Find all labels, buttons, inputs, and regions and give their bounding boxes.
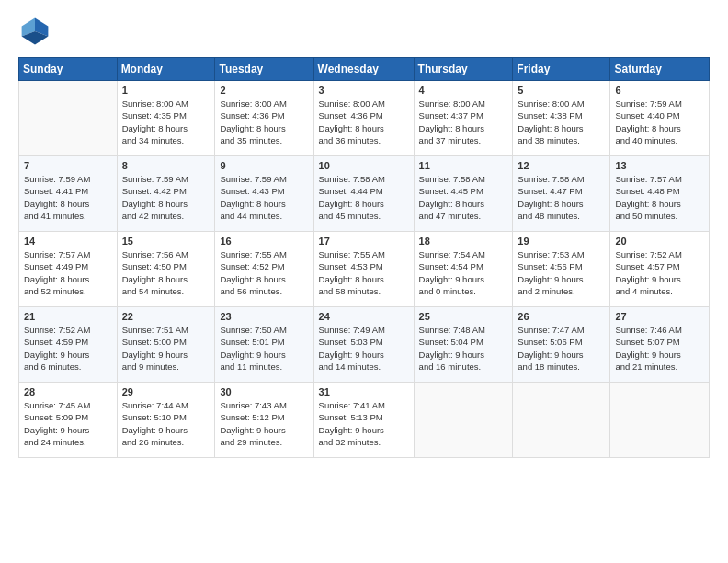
calendar-cell: 18Sunrise: 7:54 AMSunset: 4:54 PMDayligh…	[414, 232, 513, 307]
calendar-week-row: 21Sunrise: 7:52 AMSunset: 4:59 PMDayligh…	[19, 307, 710, 383]
day-info: Sunrise: 8:00 AMSunset: 4:35 PMDaylight:…	[122, 98, 210, 146]
day-info: Sunrise: 7:44 AMSunset: 5:10 PMDaylight:…	[122, 399, 210, 448]
day-info: Sunrise: 7:58 AMSunset: 4:47 PMDaylight:…	[518, 173, 605, 222]
calendar-cell: 16Sunrise: 7:55 AMSunset: 4:52 PMDayligh…	[215, 232, 313, 307]
calendar-week-row: 28Sunrise: 7:45 AMSunset: 5:09 PMDayligh…	[19, 383, 710, 458]
calendar-day-header: Wednesday	[313, 58, 414, 81]
calendar-cell: 11Sunrise: 7:58 AMSunset: 4:45 PMDayligh…	[414, 156, 513, 232]
day-info: Sunrise: 7:54 AMSunset: 4:54 PMDaylight:…	[419, 248, 508, 297]
calendar-cell: 28Sunrise: 7:45 AMSunset: 5:09 PMDayligh…	[19, 383, 118, 458]
calendar-cell	[610, 383, 710, 458]
day-info: Sunrise: 7:56 AMSunset: 4:50 PMDaylight:…	[122, 248, 210, 297]
calendar-cell: 23Sunrise: 7:50 AMSunset: 5:01 PMDayligh…	[215, 307, 313, 383]
day-number: 11	[419, 160, 508, 171]
day-number: 3	[319, 85, 409, 96]
calendar-cell: 7Sunrise: 7:59 AMSunset: 4:41 PMDaylight…	[19, 156, 118, 232]
day-info: Sunrise: 7:53 AMSunset: 4:56 PMDaylight:…	[518, 248, 605, 297]
calendar-header-row: SundayMondayTuesdayWednesdayThursdayFrid…	[19, 58, 710, 81]
day-info: Sunrise: 7:57 AMSunset: 4:49 PMDaylight:…	[24, 248, 112, 297]
calendar-day-header: Friday	[513, 58, 610, 81]
calendar-cell: 26Sunrise: 7:47 AMSunset: 5:06 PMDayligh…	[513, 307, 610, 383]
day-info: Sunrise: 7:46 AMSunset: 5:07 PMDaylight:…	[615, 324, 704, 373]
day-number: 12	[518, 160, 605, 171]
day-info: Sunrise: 7:43 AMSunset: 5:12 PMDaylight:…	[220, 399, 308, 448]
day-number: 17	[319, 236, 409, 247]
day-info: Sunrise: 7:50 AMSunset: 5:01 PMDaylight:…	[220, 324, 308, 373]
day-number: 5	[518, 85, 605, 96]
day-info: Sunrise: 8:00 AMSunset: 4:38 PMDaylight:…	[518, 98, 605, 146]
page: SundayMondayTuesdayWednesdayThursdayFrid…	[0, 0, 728, 563]
day-number: 9	[220, 160, 308, 171]
day-info: Sunrise: 7:45 AMSunset: 5:09 PMDaylight:…	[24, 399, 112, 448]
day-info: Sunrise: 7:51 AMSunset: 5:00 PMDaylight:…	[122, 324, 210, 373]
calendar-day-header: Sunday	[19, 58, 118, 81]
day-info: Sunrise: 7:59 AMSunset: 4:41 PMDaylight:…	[24, 173, 112, 222]
day-info: Sunrise: 7:57 AMSunset: 4:48 PMDaylight:…	[615, 173, 704, 222]
day-info: Sunrise: 7:52 AMSunset: 4:59 PMDaylight:…	[24, 324, 112, 373]
logo-icon	[18, 15, 51, 48]
calendar-cell	[19, 81, 118, 156]
day-number: 7	[24, 160, 112, 171]
day-number: 19	[518, 236, 605, 247]
day-number: 21	[24, 311, 112, 322]
calendar-cell: 24Sunrise: 7:49 AMSunset: 5:03 PMDayligh…	[313, 307, 414, 383]
day-number: 4	[419, 85, 508, 96]
day-info: Sunrise: 7:47 AMSunset: 5:06 PMDaylight:…	[518, 324, 605, 373]
calendar-cell: 21Sunrise: 7:52 AMSunset: 4:59 PMDayligh…	[19, 307, 118, 383]
calendar-cell: 8Sunrise: 7:59 AMSunset: 4:42 PMDaylight…	[117, 156, 215, 232]
calendar-cell: 4Sunrise: 8:00 AMSunset: 4:37 PMDaylight…	[414, 81, 513, 156]
day-info: Sunrise: 7:55 AMSunset: 4:53 PMDaylight:…	[319, 248, 409, 297]
calendar-cell: 25Sunrise: 7:48 AMSunset: 5:04 PMDayligh…	[414, 307, 513, 383]
day-number: 30	[220, 386, 308, 397]
calendar-cell: 31Sunrise: 7:41 AMSunset: 5:13 PMDayligh…	[313, 383, 414, 458]
day-number: 16	[220, 236, 308, 247]
calendar-cell: 14Sunrise: 7:57 AMSunset: 4:49 PMDayligh…	[19, 232, 118, 307]
calendar-cell: 29Sunrise: 7:44 AMSunset: 5:10 PMDayligh…	[117, 383, 215, 458]
calendar-cell: 6Sunrise: 7:59 AMSunset: 4:40 PMDaylight…	[610, 81, 710, 156]
calendar-week-row: 14Sunrise: 7:57 AMSunset: 4:49 PMDayligh…	[19, 232, 710, 307]
day-number: 27	[615, 311, 704, 322]
day-number: 20	[615, 236, 704, 247]
day-info: Sunrise: 7:48 AMSunset: 5:04 PMDaylight:…	[419, 324, 508, 373]
day-info: Sunrise: 7:58 AMSunset: 4:45 PMDaylight:…	[419, 173, 508, 222]
calendar-cell: 17Sunrise: 7:55 AMSunset: 4:53 PMDayligh…	[313, 232, 414, 307]
calendar-cell: 3Sunrise: 8:00 AMSunset: 4:36 PMDaylight…	[313, 81, 414, 156]
day-number: 6	[615, 85, 704, 96]
logo	[18, 15, 55, 48]
calendar-day-header: Thursday	[414, 58, 513, 81]
day-number: 15	[122, 236, 210, 247]
calendar-week-row: 7Sunrise: 7:59 AMSunset: 4:41 PMDaylight…	[19, 156, 710, 232]
calendar-cell: 12Sunrise: 7:58 AMSunset: 4:47 PMDayligh…	[513, 156, 610, 232]
day-number: 8	[122, 160, 210, 171]
day-number: 31	[319, 386, 409, 397]
day-info: Sunrise: 7:41 AMSunset: 5:13 PMDaylight:…	[319, 399, 409, 448]
day-number: 14	[24, 236, 112, 247]
day-info: Sunrise: 7:52 AMSunset: 4:57 PMDaylight:…	[615, 248, 704, 297]
day-number: 25	[419, 311, 508, 322]
day-number: 24	[319, 311, 409, 322]
day-info: Sunrise: 7:49 AMSunset: 5:03 PMDaylight:…	[319, 324, 409, 373]
calendar-cell: 1Sunrise: 8:00 AMSunset: 4:35 PMDaylight…	[117, 81, 215, 156]
calendar-cell: 9Sunrise: 7:59 AMSunset: 4:43 PMDaylight…	[215, 156, 313, 232]
calendar-cell: 10Sunrise: 7:58 AMSunset: 4:44 PMDayligh…	[313, 156, 414, 232]
calendar-week-row: 1Sunrise: 8:00 AMSunset: 4:35 PMDaylight…	[19, 81, 710, 156]
day-number: 18	[419, 236, 508, 247]
calendar-cell: 2Sunrise: 8:00 AMSunset: 4:36 PMDaylight…	[215, 81, 313, 156]
day-info: Sunrise: 7:59 AMSunset: 4:40 PMDaylight:…	[615, 98, 704, 146]
calendar-cell	[513, 383, 610, 458]
day-number: 29	[122, 386, 210, 397]
day-info: Sunrise: 8:00 AMSunset: 4:36 PMDaylight:…	[319, 98, 409, 146]
calendar-cell: 15Sunrise: 7:56 AMSunset: 4:50 PMDayligh…	[117, 232, 215, 307]
calendar-day-header: Monday	[117, 58, 215, 81]
calendar-cell	[414, 383, 513, 458]
day-number: 13	[615, 160, 704, 171]
day-info: Sunrise: 7:58 AMSunset: 4:44 PMDaylight:…	[319, 173, 409, 222]
day-number: 10	[319, 160, 409, 171]
calendar-day-header: Tuesday	[215, 58, 313, 81]
calendar-table: SundayMondayTuesdayWednesdayThursdayFrid…	[18, 57, 710, 458]
calendar-cell: 13Sunrise: 7:57 AMSunset: 4:48 PMDayligh…	[610, 156, 710, 232]
calendar-cell: 20Sunrise: 7:52 AMSunset: 4:57 PMDayligh…	[610, 232, 710, 307]
day-info: Sunrise: 7:55 AMSunset: 4:52 PMDaylight:…	[220, 248, 308, 297]
calendar-cell: 5Sunrise: 8:00 AMSunset: 4:38 PMDaylight…	[513, 81, 610, 156]
calendar-cell: 22Sunrise: 7:51 AMSunset: 5:00 PMDayligh…	[117, 307, 215, 383]
